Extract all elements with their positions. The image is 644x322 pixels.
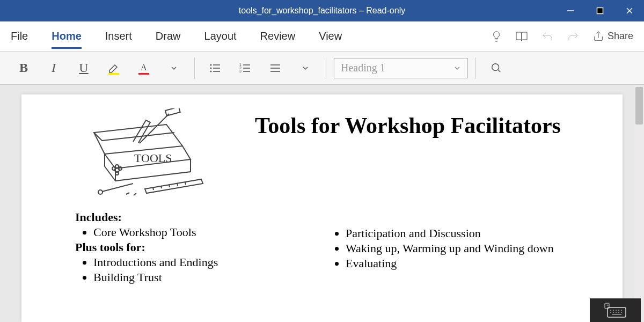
align-button[interactable]	[262, 56, 288, 80]
content-columns: Includes: Core Workshop Tools Plus tools…	[75, 210, 580, 286]
window-controls	[555, 0, 644, 21]
undo-button[interactable]	[541, 31, 554, 42]
separator	[475, 57, 476, 79]
menu-bar: File Home Insert Draw Layout Review View…	[0, 21, 644, 52]
separator	[326, 57, 326, 79]
svg-point-36	[119, 167, 122, 170]
window-title: tools_for_workshop_facilitators – Read-o…	[0, 6, 644, 16]
svg-line-33	[185, 182, 186, 185]
share-button[interactable]: Share	[592, 31, 633, 42]
right-column: Participation and Discussion Waking up, …	[327, 210, 580, 286]
bullet-list-button[interactable]	[202, 56, 228, 80]
svg-point-12	[210, 67, 212, 69]
svg-point-37	[115, 165, 119, 168]
style-select[interactable]: Heading 1	[334, 58, 468, 78]
ribbon-toolbar: B I U A 1 2 3 Heading 1	[0, 52, 644, 85]
bold-button[interactable]: B	[11, 56, 36, 80]
style-select-value: Heading 1	[341, 62, 385, 74]
tab-file[interactable]: File	[11, 27, 28, 46]
plus-tools-list: Introductions and Endings Building Trust	[75, 255, 327, 284]
left-column: Includes: Core Workshop Tools Plus tools…	[75, 210, 327, 286]
title-bar: tools_for_workshop_facilitators – Read-o…	[0, 0, 644, 21]
tab-layout[interactable]: Layout	[204, 27, 237, 46]
search-button[interactable]	[484, 56, 509, 80]
document-page: TOOLS Tools for Workshop Facilitators In…	[21, 94, 623, 322]
align-dropdown[interactable]	[292, 56, 318, 80]
plus-tools-label: Plus tools for:	[75, 240, 327, 254]
svg-line-29	[153, 187, 153, 190]
redo-button[interactable]	[567, 31, 580, 42]
minimize-button[interactable]	[555, 0, 585, 21]
chevron-down-icon	[453, 64, 461, 72]
svg-point-35	[112, 167, 115, 170]
svg-rect-7	[108, 73, 119, 75]
scrollbar-thumb[interactable]	[635, 87, 643, 125]
font-color-dropdown[interactable]	[161, 56, 187, 80]
on-screen-keyboard-button[interactable]	[590, 298, 641, 322]
separator	[194, 57, 195, 79]
list-item: Waking up, Warming up and Winding down	[346, 241, 580, 255]
svg-point-10	[210, 64, 212, 65]
svg-point-25	[492, 63, 499, 70]
svg-line-26	[498, 69, 501, 72]
svg-rect-9	[138, 73, 149, 75]
right-list: Participation and Discussion Waking up, …	[327, 226, 580, 270]
close-button[interactable]	[614, 0, 644, 21]
svg-point-28	[98, 190, 103, 194]
maximize-button[interactable]	[585, 0, 614, 21]
tab-home[interactable]: Home	[52, 27, 82, 46]
svg-point-14	[210, 70, 212, 72]
list-item: Core Workshop Tools	[93, 225, 327, 239]
share-label: Share	[608, 31, 633, 42]
highlight-color-button[interactable]	[101, 56, 127, 80]
includes-list: Core Workshop Tools	[75, 225, 327, 239]
vertical-scrollbar[interactable]	[634, 85, 644, 322]
italic-button[interactable]: I	[41, 56, 67, 80]
reading-view-icon[interactable]	[515, 31, 528, 42]
svg-text:3: 3	[239, 69, 241, 73]
toolbox-label: TOOLS	[134, 151, 172, 165]
list-item: Building Trust	[93, 270, 327, 284]
tab-insert[interactable]: Insert	[105, 27, 132, 46]
list-item: Participation and Discussion	[346, 226, 580, 240]
font-color-button[interactable]: A	[131, 56, 157, 80]
menu-right: Share	[491, 31, 633, 42]
toolbox-illustration: TOOLS	[75, 108, 215, 202]
svg-point-38	[115, 172, 119, 175]
underline-button[interactable]: U	[71, 56, 97, 80]
tab-draw[interactable]: Draw	[156, 27, 181, 46]
document-canvas[interactable]: TOOLS Tools for Workshop Facilitators In…	[0, 85, 644, 322]
svg-line-31	[169, 185, 170, 187]
document-title: Tools for Workshop Facilitators	[236, 112, 580, 140]
numbered-list-button[interactable]: 1 2 3	[232, 56, 258, 80]
svg-line-32	[177, 183, 178, 186]
list-item: Introductions and Endings	[93, 255, 327, 269]
svg-text:A: A	[141, 63, 147, 72]
list-item: Evaluating	[346, 257, 580, 270]
tell-me-icon[interactable]	[491, 31, 502, 42]
tab-review[interactable]: Review	[260, 27, 296, 46]
tab-view[interactable]: View	[319, 27, 342, 46]
includes-label: Includes:	[75, 210, 327, 224]
svg-line-30	[161, 186, 162, 188]
svg-rect-1	[597, 8, 603, 14]
